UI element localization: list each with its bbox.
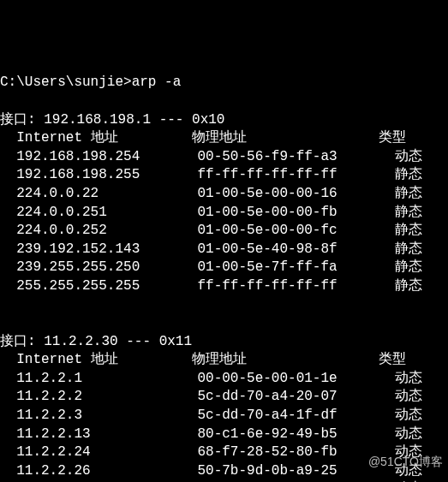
arp-interface-block-0: 接口: 192.168.198.1 --- 0x10 Internet 地址 物… — [0, 111, 448, 296]
command-text: arp -a — [132, 74, 182, 90]
command-prompt: C:\Users\sunjie> — [0, 74, 132, 90]
watermark-text: @51CTO博客 — [368, 454, 443, 470]
